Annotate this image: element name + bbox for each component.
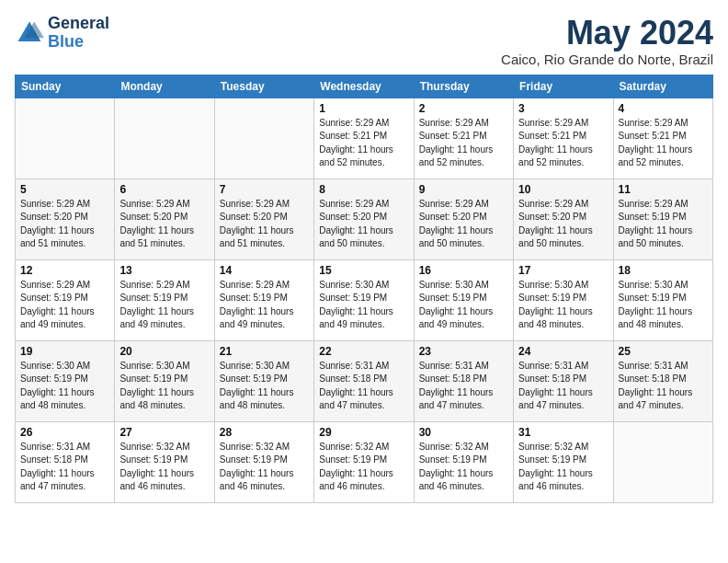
day-number: 10 bbox=[518, 183, 608, 196]
logo: General Blue bbox=[15, 15, 109, 52]
weekday-header-monday: Monday bbox=[115, 75, 214, 98]
day-info: Sunrise: 5:30 AM Sunset: 5:19 PM Dayligh… bbox=[619, 279, 708, 332]
day-info: Sunrise: 5:29 AM Sunset: 5:20 PM Dayligh… bbox=[220, 198, 309, 251]
day-info: Sunrise: 5:32 AM Sunset: 5:19 PM Dayligh… bbox=[220, 441, 309, 494]
month-year-title: May 2024 bbox=[501, 15, 713, 52]
day-info: Sunrise: 5:32 AM Sunset: 5:19 PM Dayligh… bbox=[419, 441, 508, 494]
day-info: Sunrise: 5:30 AM Sunset: 5:19 PM Dayligh… bbox=[119, 360, 209, 413]
day-info: Sunrise: 5:32 AM Sunset: 5:19 PM Dayligh… bbox=[319, 441, 408, 494]
day-info: Sunrise: 5:32 AM Sunset: 5:19 PM Dayligh… bbox=[518, 441, 608, 494]
calendar-cell: 13Sunrise: 5:29 AM Sunset: 5:19 PM Dayli… bbox=[115, 259, 214, 340]
day-number: 14 bbox=[220, 264, 309, 277]
calendar-cell bbox=[613, 421, 712, 502]
calendar-cell: 14Sunrise: 5:29 AM Sunset: 5:19 PM Dayli… bbox=[214, 259, 313, 340]
day-number: 6 bbox=[119, 183, 209, 196]
day-info: Sunrise: 5:29 AM Sunset: 5:21 PM Dayligh… bbox=[518, 117, 608, 170]
day-number: 1 bbox=[319, 102, 408, 115]
calendar-cell: 6Sunrise: 5:29 AM Sunset: 5:20 PM Daylig… bbox=[115, 178, 214, 259]
weekday-header-wednesday: Wednesday bbox=[314, 75, 414, 98]
calendar-cell: 10Sunrise: 5:29 AM Sunset: 5:20 PM Dayli… bbox=[514, 178, 613, 259]
calendar-cell: 21Sunrise: 5:30 AM Sunset: 5:19 PM Dayli… bbox=[214, 340, 313, 421]
day-number: 11 bbox=[619, 183, 708, 196]
calendar-cell: 15Sunrise: 5:30 AM Sunset: 5:19 PM Dayli… bbox=[314, 259, 414, 340]
day-number: 26 bbox=[20, 426, 109, 439]
calendar-cell: 31Sunrise: 5:32 AM Sunset: 5:19 PM Dayli… bbox=[514, 421, 613, 502]
day-number: 16 bbox=[419, 264, 508, 277]
weekday-header-tuesday: Tuesday bbox=[214, 75, 313, 98]
weekday-header-row: SundayMondayTuesdayWednesdayThursdayFrid… bbox=[16, 75, 713, 98]
day-info: Sunrise: 5:29 AM Sunset: 5:19 PM Dayligh… bbox=[220, 279, 309, 332]
day-info: Sunrise: 5:31 AM Sunset: 5:18 PM Dayligh… bbox=[419, 360, 508, 413]
calendar-week-3: 12Sunrise: 5:29 AM Sunset: 5:19 PM Dayli… bbox=[16, 259, 713, 340]
title-block: May 2024 Caico, Rio Grande do Norte, Bra… bbox=[501, 15, 713, 67]
day-number: 25 bbox=[619, 345, 708, 358]
calendar-cell: 1Sunrise: 5:29 AM Sunset: 5:21 PM Daylig… bbox=[314, 98, 414, 178]
day-info: Sunrise: 5:31 AM Sunset: 5:18 PM Dayligh… bbox=[319, 360, 408, 413]
calendar-cell: 28Sunrise: 5:32 AM Sunset: 5:19 PM Dayli… bbox=[214, 421, 313, 502]
calendar-cell: 4Sunrise: 5:29 AM Sunset: 5:21 PM Daylig… bbox=[613, 98, 712, 178]
day-info: Sunrise: 5:29 AM Sunset: 5:20 PM Dayligh… bbox=[419, 198, 508, 251]
calendar-cell: 11Sunrise: 5:29 AM Sunset: 5:19 PM Dayli… bbox=[613, 178, 712, 259]
day-number: 9 bbox=[419, 183, 508, 196]
calendar-cell: 7Sunrise: 5:29 AM Sunset: 5:20 PM Daylig… bbox=[214, 178, 313, 259]
logo-icon bbox=[15, 18, 44, 48]
calendar-cell: 30Sunrise: 5:32 AM Sunset: 5:19 PM Dayli… bbox=[414, 421, 513, 502]
day-number: 18 bbox=[619, 264, 708, 277]
calendar-cell: 26Sunrise: 5:31 AM Sunset: 5:18 PM Dayli… bbox=[16, 421, 115, 502]
day-info: Sunrise: 5:29 AM Sunset: 5:19 PM Dayligh… bbox=[20, 279, 109, 332]
day-number: 4 bbox=[619, 102, 708, 115]
day-info: Sunrise: 5:30 AM Sunset: 5:19 PM Dayligh… bbox=[518, 279, 608, 332]
day-number: 8 bbox=[319, 183, 408, 196]
day-number: 7 bbox=[220, 183, 309, 196]
calendar-cell: 3Sunrise: 5:29 AM Sunset: 5:21 PM Daylig… bbox=[514, 98, 613, 178]
day-number: 27 bbox=[119, 426, 209, 439]
day-info: Sunrise: 5:31 AM Sunset: 5:18 PM Dayligh… bbox=[518, 360, 608, 413]
day-number: 20 bbox=[119, 345, 209, 358]
calendar-cell: 2Sunrise: 5:29 AM Sunset: 5:21 PM Daylig… bbox=[414, 98, 513, 178]
day-number: 31 bbox=[518, 426, 608, 439]
day-number: 13 bbox=[119, 264, 209, 277]
calendar-cell: 18Sunrise: 5:30 AM Sunset: 5:19 PM Dayli… bbox=[613, 259, 712, 340]
day-info: Sunrise: 5:29 AM Sunset: 5:20 PM Dayligh… bbox=[518, 198, 608, 251]
calendar-cell: 17Sunrise: 5:30 AM Sunset: 5:19 PM Dayli… bbox=[514, 259, 613, 340]
calendar-cell bbox=[115, 98, 214, 178]
weekday-header-friday: Friday bbox=[514, 75, 613, 98]
day-info: Sunrise: 5:29 AM Sunset: 5:19 PM Dayligh… bbox=[119, 279, 209, 332]
day-info: Sunrise: 5:30 AM Sunset: 5:19 PM Dayligh… bbox=[319, 279, 408, 332]
day-info: Sunrise: 5:32 AM Sunset: 5:19 PM Dayligh… bbox=[119, 441, 209, 494]
calendar-cell: 5Sunrise: 5:29 AM Sunset: 5:20 PM Daylig… bbox=[16, 178, 115, 259]
day-number: 12 bbox=[20, 264, 109, 277]
day-number: 17 bbox=[518, 264, 608, 277]
calendar-cell: 16Sunrise: 5:30 AM Sunset: 5:19 PM Dayli… bbox=[414, 259, 513, 340]
calendar-cell: 20Sunrise: 5:30 AM Sunset: 5:19 PM Dayli… bbox=[115, 340, 214, 421]
calendar-cell: 29Sunrise: 5:32 AM Sunset: 5:19 PM Dayli… bbox=[314, 421, 414, 502]
calendar-table: SundayMondayTuesdayWednesdayThursdayFrid… bbox=[15, 75, 713, 503]
page-header: General Blue May 2024 Caico, Rio Grande … bbox=[15, 15, 713, 67]
calendar-week-2: 5Sunrise: 5:29 AM Sunset: 5:20 PM Daylig… bbox=[16, 178, 713, 259]
day-info: Sunrise: 5:29 AM Sunset: 5:20 PM Dayligh… bbox=[119, 198, 209, 251]
day-info: Sunrise: 5:30 AM Sunset: 5:19 PM Dayligh… bbox=[220, 360, 309, 413]
day-number: 19 bbox=[20, 345, 109, 358]
calendar-week-4: 19Sunrise: 5:30 AM Sunset: 5:19 PM Dayli… bbox=[16, 340, 713, 421]
day-number: 29 bbox=[319, 426, 408, 439]
weekday-header-sunday: Sunday bbox=[16, 75, 115, 98]
calendar-cell bbox=[214, 98, 313, 178]
day-number: 5 bbox=[20, 183, 109, 196]
location-subtitle: Caico, Rio Grande do Norte, Brazil bbox=[501, 52, 713, 67]
calendar-cell: 19Sunrise: 5:30 AM Sunset: 5:19 PM Dayli… bbox=[16, 340, 115, 421]
day-number: 28 bbox=[220, 426, 309, 439]
day-number: 15 bbox=[319, 264, 408, 277]
calendar-cell: 8Sunrise: 5:29 AM Sunset: 5:20 PM Daylig… bbox=[314, 178, 414, 259]
day-info: Sunrise: 5:29 AM Sunset: 5:20 PM Dayligh… bbox=[20, 198, 109, 251]
weekday-header-saturday: Saturday bbox=[613, 75, 712, 98]
calendar-week-1: 1Sunrise: 5:29 AM Sunset: 5:21 PM Daylig… bbox=[16, 98, 713, 178]
calendar-week-5: 26Sunrise: 5:31 AM Sunset: 5:18 PM Dayli… bbox=[16, 421, 713, 502]
day-info: Sunrise: 5:30 AM Sunset: 5:19 PM Dayligh… bbox=[419, 279, 508, 332]
weekday-header-thursday: Thursday bbox=[414, 75, 513, 98]
logo-blue: Blue bbox=[48, 32, 84, 51]
calendar-cell: 27Sunrise: 5:32 AM Sunset: 5:19 PM Dayli… bbox=[115, 421, 214, 502]
day-number: 24 bbox=[518, 345, 608, 358]
calendar-cell: 24Sunrise: 5:31 AM Sunset: 5:18 PM Dayli… bbox=[514, 340, 613, 421]
day-info: Sunrise: 5:29 AM Sunset: 5:20 PM Dayligh… bbox=[319, 198, 408, 251]
day-info: Sunrise: 5:29 AM Sunset: 5:21 PM Dayligh… bbox=[619, 117, 708, 170]
